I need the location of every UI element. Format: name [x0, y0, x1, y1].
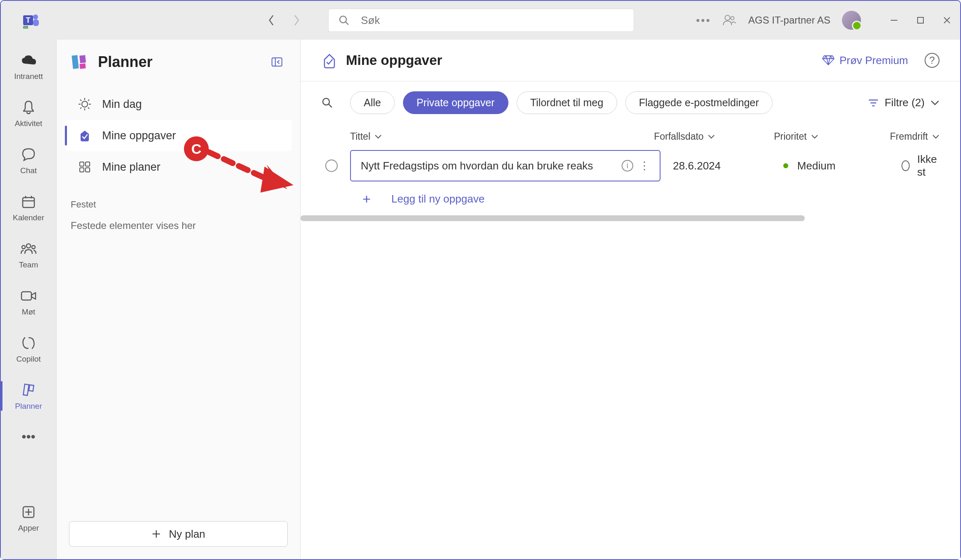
nav-mine-oppgaver[interactable]: Mine oppgaver [65, 120, 292, 151]
svg-rect-36 [86, 168, 90, 172]
copilot-icon [19, 334, 38, 352]
nav-arrows [265, 14, 303, 27]
horizontal-scrollbar[interactable] [300, 215, 805, 221]
pill-flaggede[interactable]: Flaggede e-postmeldinger [625, 91, 773, 114]
svg-line-30 [88, 107, 89, 109]
rail-chat[interactable]: Chat [1, 142, 56, 179]
rail-team[interactable]: Team [1, 236, 56, 273]
progress-circle-icon [901, 160, 910, 171]
more-options-icon[interactable]: ••• [696, 14, 711, 27]
chat-icon [19, 145, 38, 164]
rail-more-button[interactable]: ••• [21, 429, 36, 444]
avatar[interactable] [842, 11, 861, 30]
team-icon [19, 240, 38, 258]
pinned-empty-text: Festede elementer vises her [57, 216, 300, 236]
task-title-input[interactable]: Nytt Fredagstips om hvordan du kan bruke… [350, 150, 661, 181]
rail-planner[interactable]: Planner [1, 378, 56, 414]
nav-mine-planer[interactable]: Mine planer [65, 151, 292, 183]
nav-label: Min dag [102, 98, 142, 111]
cloud-icon [19, 51, 38, 69]
rail-copilot[interactable]: Copilot [1, 331, 56, 367]
nav-label: Mine planer [102, 161, 160, 174]
svg-point-24 [82, 101, 88, 107]
svg-rect-3 [33, 19, 39, 26]
diamond-icon [822, 55, 835, 66]
svg-point-7 [725, 15, 730, 20]
svg-point-16 [22, 245, 25, 249]
col-title[interactable]: Tittel [350, 131, 654, 142]
calendar-icon [19, 193, 38, 211]
priority-dot-icon [783, 163, 788, 168]
plus-icon [151, 529, 161, 539]
pill-tilordnet[interactable]: Tilordnet til meg [517, 91, 617, 114]
col-priority[interactable]: Prioritet [774, 131, 890, 142]
plus-icon: + [362, 191, 371, 207]
main-content: Mine oppgaver Prøv Premium ? Alle Privat… [300, 40, 960, 559]
svg-text:T: T [26, 16, 31, 24]
svg-line-31 [88, 100, 89, 101]
teams-logo-icon: TNEW [21, 10, 41, 30]
window-close-button[interactable] [942, 15, 952, 25]
chevron-down-icon [930, 100, 940, 106]
new-plan-button[interactable]: Ny plan [69, 521, 288, 547]
premium-button[interactable]: Prøv Premium [822, 54, 908, 67]
svg-line-32 [80, 107, 81, 109]
rail-kalender[interactable]: Kalender [1, 189, 56, 226]
task-check-icon [77, 128, 92, 143]
svg-rect-33 [80, 162, 84, 166]
planner-logo-icon [69, 52, 89, 72]
task-checkbox[interactable] [325, 160, 338, 172]
chevron-down-icon [932, 134, 940, 139]
nav-forward-button[interactable] [290, 14, 303, 27]
svg-point-15 [26, 244, 31, 248]
search-input[interactable] [361, 14, 624, 27]
svg-rect-10 [918, 17, 923, 23]
col-progress[interactable]: Fremdrift [890, 131, 940, 142]
task-more-button[interactable]: ⋮ [639, 160, 650, 172]
app-rail: Intranett Aktivitet Chat Kalender Team M… [1, 40, 57, 559]
nav-label: Mine oppgaver [102, 129, 176, 142]
search-icon [339, 15, 349, 26]
task-row[interactable]: Nytt Fredagstips om hvordan du kan bruke… [300, 149, 960, 183]
pill-private-oppgaver[interactable]: Private oppgaver [403, 91, 508, 114]
pill-alle[interactable]: Alle [350, 91, 395, 114]
task-due: 28.6.2024 [661, 160, 783, 172]
people-icon[interactable] [723, 14, 737, 26]
rail-mot[interactable]: Møt [1, 284, 56, 320]
svg-point-17 [32, 245, 35, 249]
svg-line-29 [80, 100, 81, 101]
help-button[interactable]: ? [925, 53, 940, 68]
filter-button[interactable]: Filtre (2) [868, 96, 940, 109]
task-house-icon [321, 52, 338, 69]
window-minimize-button[interactable] [889, 15, 899, 25]
table-header: Tittel Forfallsdato Prioritet Fremdrift [300, 124, 960, 149]
org-name: AGS IT-partner AS [748, 14, 830, 26]
task-progress: Ikke st [901, 153, 940, 179]
svg-text:NEW: NEW [23, 26, 28, 29]
page-title: Mine oppgaver [346, 52, 822, 68]
svg-point-8 [731, 17, 734, 20]
svg-rect-35 [80, 168, 84, 172]
add-task-button[interactable]: + Legg til ny oppgave [300, 183, 960, 215]
svg-rect-11 [23, 198, 34, 207]
planner-sidebar: Planner Min dag Mine oppgaver Mine plane… [57, 40, 300, 559]
rail-aktivitet[interactable]: Aktivitet [1, 95, 56, 131]
nav-min-dag[interactable]: Min dag [65, 88, 292, 120]
planner-icon [19, 381, 38, 399]
apps-icon [19, 503, 38, 521]
info-icon[interactable]: i [622, 160, 633, 172]
title-bar: TNEW ••• AGS IT-partner AS [1, 1, 960, 40]
collapse-sidebar-button[interactable] [270, 55, 284, 69]
bell-icon [19, 98, 38, 117]
rail-intranett[interactable]: Intranett [1, 48, 56, 84]
grid-icon [77, 160, 92, 174]
filter-search-button[interactable] [321, 97, 334, 109]
nav-back-button[interactable] [265, 14, 278, 27]
col-due[interactable]: Forfallsdato [654, 131, 774, 142]
chevron-down-icon [708, 134, 715, 139]
svg-rect-34 [86, 162, 90, 166]
rail-apper[interactable]: Apper [1, 500, 56, 536]
search-box[interactable] [328, 9, 634, 32]
filter-icon [868, 98, 879, 107]
window-maximize-button[interactable] [916, 15, 925, 25]
